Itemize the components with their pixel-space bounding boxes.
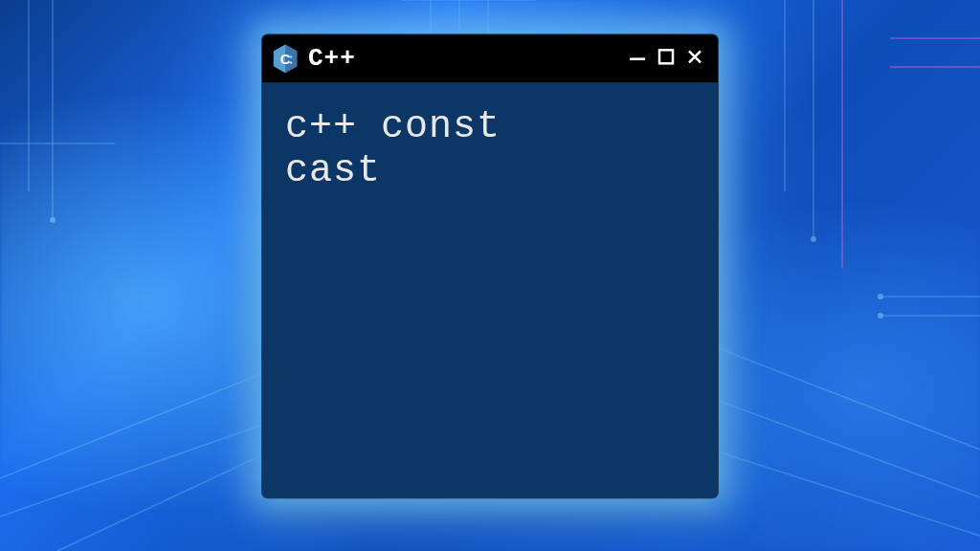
window-content: c++ const cast <box>262 82 718 497</box>
window-controls: — <box>626 46 706 71</box>
svg-line-0 <box>0 364 287 478</box>
window-title: C++ <box>308 44 616 73</box>
cpp-logo-icon: C + + <box>272 43 299 74</box>
svg-point-26 <box>878 294 883 299</box>
maximize-button[interactable] <box>655 46 678 71</box>
minimize-button[interactable]: — <box>626 46 649 71</box>
svg-rect-32 <box>659 50 673 63</box>
svg-point-25 <box>878 313 883 319</box>
titlebar[interactable]: C + + C++ — <box>262 34 718 82</box>
svg-point-21 <box>811 236 816 242</box>
svg-text:+: + <box>289 58 293 65</box>
close-button[interactable] <box>683 46 706 71</box>
svg-point-22 <box>50 217 56 223</box>
app-window: C + + C++ — c++ const cast <box>262 34 718 497</box>
svg-line-4 <box>708 344 980 450</box>
